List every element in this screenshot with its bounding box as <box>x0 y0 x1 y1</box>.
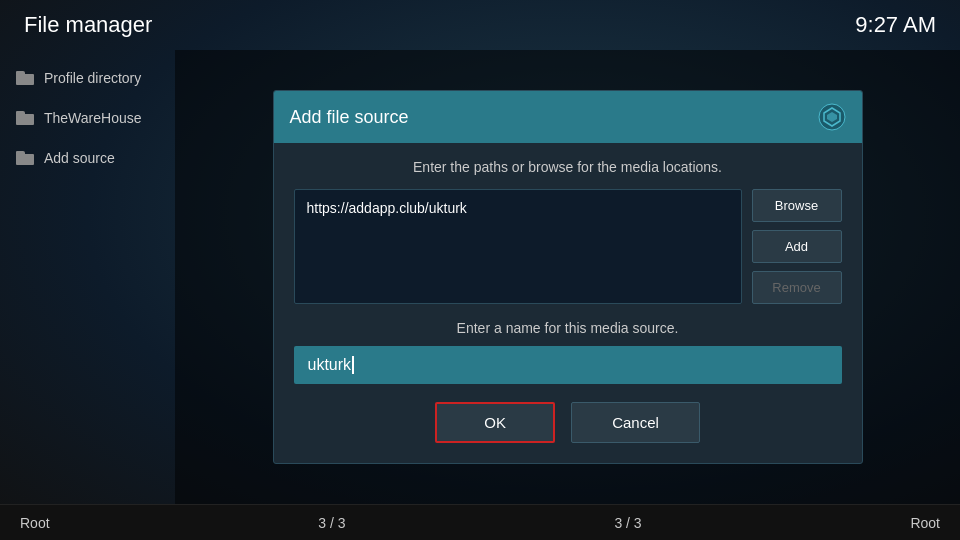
path-instruction: Enter the paths or browse for the media … <box>294 159 842 175</box>
browse-button[interactable]: Browse <box>752 189 842 222</box>
sidebar-item-warehouse[interactable]: TheWareHouse <box>0 100 175 136</box>
footer-center-left: 3 / 3 <box>318 515 345 531</box>
path-value: https://addapp.club/ukturk <box>307 200 467 216</box>
path-input[interactable]: https://addapp.club/ukturk <box>294 189 742 304</box>
dialog-header: Add file source <box>274 91 862 143</box>
dialog-actions: OK Cancel <box>294 402 842 443</box>
folder-icon <box>16 151 34 165</box>
sidebar: Profile directory TheWareHouse Add sourc… <box>0 50 175 504</box>
folder-icon <box>16 71 34 85</box>
ok-button[interactable]: OK <box>435 402 555 443</box>
app-title: File manager <box>24 12 152 38</box>
folder-icon <box>16 111 34 125</box>
sidebar-item-label: Add source <box>44 150 115 166</box>
sidebar-item-label: TheWareHouse <box>44 110 142 126</box>
footer-center-right: 3 / 3 <box>614 515 641 531</box>
text-cursor <box>352 356 354 374</box>
footer-left: Root <box>20 515 50 531</box>
cancel-button[interactable]: Cancel <box>571 402 700 443</box>
name-instruction: Enter a name for this media source. <box>294 320 842 336</box>
name-input-field[interactable]: ukturk <box>294 346 842 384</box>
sidebar-item-label: Profile directory <box>44 70 141 86</box>
sidebar-item-add-source[interactable]: Add source <box>0 140 175 176</box>
dialog-overlay: Add file source Enter the paths or brows… <box>175 50 960 504</box>
add-file-source-dialog: Add file source Enter the paths or brows… <box>273 90 863 464</box>
path-buttons: Browse Add Remove <box>752 189 842 304</box>
footer-right: Root <box>910 515 940 531</box>
sidebar-item-profile-directory[interactable]: Profile directory <box>0 60 175 96</box>
footer: Root 3 / 3 3 / 3 Root <box>0 504 960 540</box>
dialog-title: Add file source <box>290 107 409 128</box>
clock: 9:27 AM <box>855 12 936 38</box>
add-button[interactable]: Add <box>752 230 842 263</box>
remove-button[interactable]: Remove <box>752 271 842 304</box>
dialog-body: Enter the paths or browse for the media … <box>274 143 862 463</box>
name-value: ukturk <box>308 356 352 374</box>
path-section: https://addapp.club/ukturk Browse Add Re… <box>294 189 842 304</box>
kodi-logo-icon <box>818 103 846 131</box>
